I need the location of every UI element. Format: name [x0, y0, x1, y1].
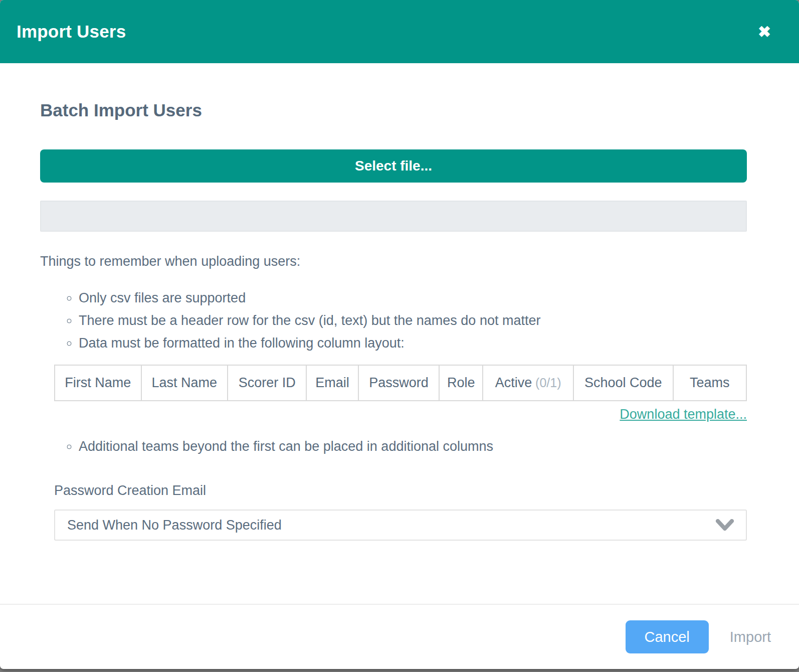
download-row: Download template... — [54, 404, 747, 424]
column-layout-section: First NameLast NameScorer IDEmailPasswor… — [54, 365, 747, 424]
instruction-list: Only csv files are supportedThere must b… — [40, 287, 747, 355]
select-file-button[interactable]: Select file... — [40, 149, 747, 183]
list-item: There must be a header row for the csv (… — [79, 309, 747, 332]
password-email-selected-value: Send When No Password Specified — [67, 518, 282, 533]
chevron-down-icon — [716, 519, 734, 531]
modal-body: Batch Import Users Select file... Things… — [0, 63, 799, 604]
table-column-header: Scorer ID — [228, 365, 306, 401]
modal-title: Import Users — [17, 22, 126, 42]
cancel-button[interactable]: Cancel — [626, 620, 709, 653]
close-icon[interactable]: ✖ — [756, 22, 773, 42]
list-item: Only csv files are supported — [79, 287, 747, 309]
modal-footer: Cancel Import — [0, 604, 799, 669]
page-backdrop: Import Users ✖ Batch Import Users Select… — [0, 0, 799, 672]
list-item: Data must be formatted in the following … — [79, 332, 747, 355]
password-email-select[interactable]: Send When No Password Specified — [54, 510, 747, 541]
table-column-header: Password — [358, 365, 439, 401]
modal-header: Import Users ✖ — [0, 0, 799, 63]
import-users-modal: Import Users ✖ Batch Import Users Select… — [0, 0, 799, 669]
table-column-header: Role — [439, 365, 483, 401]
instructions-intro: Things to remember when uploading users: — [40, 253, 747, 270]
page-title: Batch Import Users — [40, 100, 747, 120]
table-column-header: Teams — [673, 365, 746, 401]
instruction-list-extra: Additional teams beyond the first can be… — [40, 435, 747, 458]
password-creation-email-label: Password Creation Email — [54, 483, 747, 498]
table-column-header: School Code — [573, 365, 673, 401]
table-column-header: First Name — [55, 365, 141, 401]
import-button[interactable]: Import — [730, 629, 771, 645]
table-header-row: First NameLast NameScorer IDEmailPasswor… — [55, 365, 746, 401]
table-column-header: Email — [306, 365, 358, 401]
column-layout-table: First NameLast NameScorer IDEmailPasswor… — [54, 365, 747, 401]
list-item: Additional teams beyond the first can be… — [79, 435, 747, 458]
download-template-link[interactable]: Download template... — [620, 407, 747, 422]
table-column-header: Active (0/1) — [483, 365, 573, 401]
table-column-header: Last Name — [141, 365, 228, 401]
file-name-display — [40, 201, 747, 232]
